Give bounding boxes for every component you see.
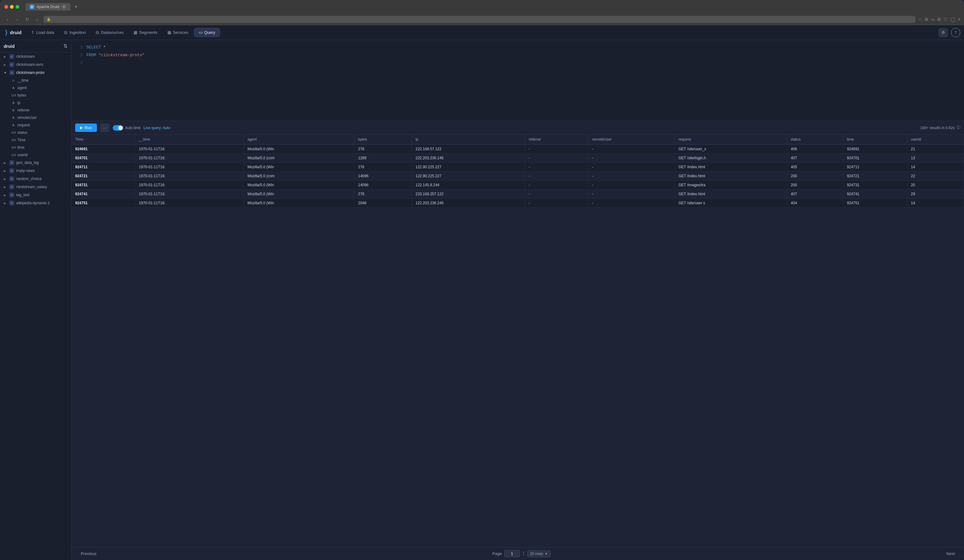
nav-item-load-data[interactable]: ⇧ Load data — [27, 28, 59, 37]
table-cell: 14096 — [354, 172, 412, 181]
reload-button[interactable]: ↻ — [24, 16, 31, 23]
traffic-lights — [4, 5, 19, 9]
expand-icon: ▶ — [4, 161, 7, 164]
profile-icon[interactable]: ◯ — [950, 17, 955, 22]
nav-item-datasources[interactable]: ⊟ Datasources — [91, 28, 128, 37]
col-header-bytes[interactable]: bytes — [354, 135, 412, 144]
table-cell: 233.168.257.122 — [412, 190, 525, 199]
table-cell: 278 — [354, 144, 412, 154]
new-tab-button[interactable]: + — [72, 3, 80, 11]
shield-icon[interactable]: 🛡 — [943, 17, 948, 22]
sidebar-item-Time-col[interactable]: 123 Time — [0, 136, 71, 144]
table-cell: - — [525, 144, 588, 154]
menu-icon[interactable]: ≡ — [958, 17, 960, 22]
table-cell: GET /site/login.h — [674, 154, 787, 163]
col-header-ip[interactable]: ip — [412, 135, 525, 144]
table-cell: Mozilla/5.0 (com — [243, 172, 354, 181]
browser-tab[interactable]: D Apache Druid ✕ — [26, 3, 70, 11]
sidebar-item-request-col[interactable]: A request — [0, 122, 71, 129]
col-header-time2[interactable]: time — [843, 135, 907, 144]
sidebar-item-bytes-col[interactable]: 123 bytes — [0, 92, 71, 99]
table-row[interactable]: 9247311970-01-11T16:Mozilla/5.0 (Win1409… — [72, 181, 964, 190]
col-header-remoteuser[interactable]: remoteUser — [588, 135, 674, 144]
col-header-referrer[interactable]: referrer — [525, 135, 588, 144]
page-up-arrow[interactable]: ▲ — [523, 551, 525, 554]
settings-button[interactable]: ⚙ — [938, 28, 948, 37]
sidebar-item-remoteuser-col[interactable]: A remoteUser — [0, 114, 71, 122]
previous-button[interactable]: Previous — [77, 550, 101, 558]
sidebar-item-agent-col[interactable]: A agent — [0, 84, 71, 92]
run-button[interactable]: Run — [75, 123, 97, 132]
string-type-icon: A — [11, 123, 16, 127]
sidebar-item-time-col[interactable]: ⊙ __time — [0, 77, 71, 84]
minimize-button[interactable] — [10, 5, 14, 9]
sidebar-item-wikipedia-dynamic[interactable]: ▶ ⊞ wikipedia-dynamic-1 — [0, 199, 71, 207]
nav-item-query[interactable]: ▭ Query — [194, 28, 220, 37]
forward-button[interactable]: › — [14, 16, 21, 23]
toggle-control[interactable] — [113, 125, 123, 131]
close-button[interactable] — [4, 5, 8, 9]
back-button[interactable]: ‹ — [4, 16, 11, 23]
col-header-agent[interactable]: agent — [243, 135, 354, 144]
page-down-arrow[interactable]: ▼ — [523, 554, 525, 556]
sidebar-item-clickstream-avro[interactable]: ▶ ⊞ clickstream-avro — [0, 60, 71, 68]
sidebar-item-ip-col[interactable]: A ip — [0, 99, 71, 107]
extensions-icon[interactable]: ⊞ — [925, 17, 928, 22]
app-topnav: ⟩ druid ⇧ Load data ⊟ Ingestion ⊟ Dataso… — [0, 25, 964, 40]
sidebar-item-randstream-salary[interactable]: ▶ ⊞ randstream_salary — [0, 183, 71, 191]
sidebar-item-status-col[interactable]: 123 status — [0, 129, 71, 136]
main-layout: druid ⇅ ▶ ⊞ clickstream ▶ ⊞ clickstream-… — [0, 40, 964, 560]
bookmark-icon[interactable]: ☆ — [918, 17, 922, 22]
sidebar-item-clickstream[interactable]: ▶ ⊞ clickstream — [0, 52, 71, 60]
col-header-request[interactable]: request — [674, 135, 787, 144]
table-row[interactable]: 9247011970-01-11T16:Mozilla/5.0 (com1289… — [72, 154, 964, 163]
sidebar-item-clickstream-proto[interactable]: ▼ ⊞ clickstream-proto — [0, 68, 71, 77]
sidebar-item-tag-test[interactable]: ▶ ⊞ tag_test — [0, 191, 71, 199]
sidebar-item-userid-col[interactable]: 123 userid — [0, 151, 71, 159]
page-label: Page — [492, 551, 502, 556]
sidebar-item-imply-news[interactable]: ▶ ⊞ imply-news — [0, 167, 71, 175]
table-cell: GET /site/user_s — [674, 144, 787, 154]
auto-limit-toggle[interactable]: Auto limit — [113, 125, 140, 131]
sidebar-item-time2-col[interactable]: 123 time — [0, 144, 71, 151]
nav-item-segments[interactable]: ▦ Segments — [129, 28, 162, 37]
sidebar-item-label: __time — [17, 78, 29, 83]
table-cell: 924741 — [843, 190, 907, 199]
rows-per-page-select[interactable]: 20 rows ▼ — [528, 550, 550, 557]
col-header-time[interactable]: Time — [72, 135, 135, 144]
sidebar-item-geo-data-leg[interactable]: ▶ ⊞ geo_data_leg — [0, 159, 71, 167]
logo-icon: ⟩ — [5, 29, 7, 36]
sidebar-item-label: clickstream — [16, 54, 35, 58]
table-row[interactable]: 9247111970-01-11T16:Mozilla/5.0 (Win2781… — [72, 163, 964, 172]
segments-icon: ▦ — [134, 30, 137, 35]
page-number-input[interactable]: 1 — [504, 550, 520, 557]
address-bar[interactable]: localhost:8888/unified-console.html#quer… — [53, 17, 912, 22]
table-header: Time __time agent bytes ip referrer remo… — [72, 135, 964, 144]
editor-line-3: 3 — [72, 59, 964, 67]
sidebar-sort-icon[interactable]: ⇅ — [64, 43, 67, 49]
table-row[interactable]: 9247211970-01-11T16:Mozilla/5.0 (com1409… — [72, 172, 964, 181]
code-editor[interactable]: 1 SELECT * 2 FROM "clickstream-proto" 3 — [72, 40, 964, 121]
sidebar-item-referrer-col[interactable]: A referrer — [0, 107, 71, 114]
browser-nav: ‹ › ↻ ⌂ 🔒 localhost:8888/unified-console… — [0, 14, 964, 25]
sidebar-item-random-choice[interactable]: ▶ ⊞ random_choice — [0, 175, 71, 183]
grid-icon[interactable]: ⊞ — [937, 17, 941, 22]
table-cell: 278 — [354, 163, 412, 172]
nav-item-services[interactable]: ▦ Services — [163, 28, 193, 37]
table-row[interactable]: 9247511970-01-11T16:Mozilla/5.0 (Win2048… — [72, 199, 964, 208]
col-header-userid[interactable]: userid — [907, 135, 964, 144]
table-row[interactable]: 9246911970-01-11T16:Mozilla/5.0 (Win2782… — [72, 144, 964, 154]
col-header-__time[interactable]: __time — [135, 135, 244, 144]
tab-close-button[interactable]: ✕ — [62, 5, 66, 9]
maximize-button[interactable] — [16, 5, 19, 9]
table-row[interactable]: 9247411970-01-11T16:Mozilla/5.0 (Win2782… — [72, 190, 964, 199]
more-options-button[interactable]: ··· — [100, 123, 110, 132]
services-icon: ▦ — [168, 30, 171, 35]
split-view-icon[interactable]: ▭ — [931, 17, 935, 22]
auto-limit-label: Auto limit — [125, 126, 140, 130]
col-header-status[interactable]: status — [787, 135, 843, 144]
help-button[interactable]: ? — [951, 28, 960, 37]
nav-item-ingestion[interactable]: ⊟ Ingestion — [60, 28, 90, 37]
home-button[interactable]: ⌂ — [34, 16, 41, 23]
next-button[interactable]: Next — [942, 550, 959, 558]
